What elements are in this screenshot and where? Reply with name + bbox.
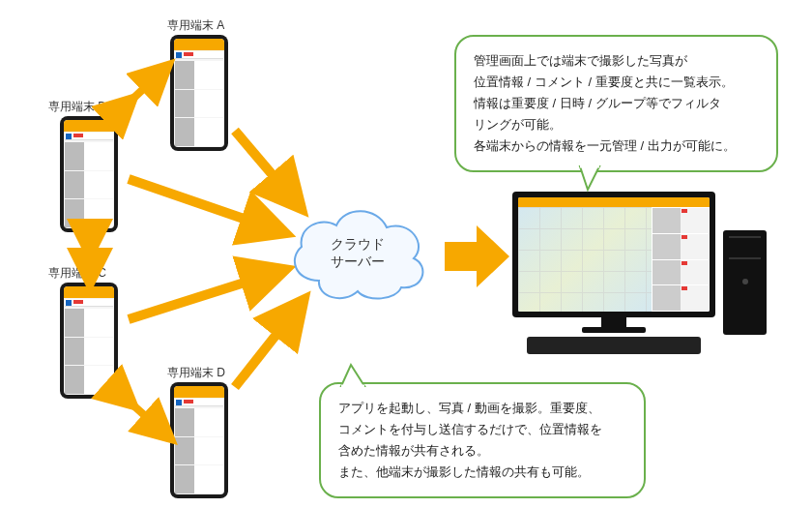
phone-device-c (60, 283, 118, 399)
callout-line: また、他端末が撮影した情報の共有も可能。 (338, 462, 626, 483)
arrow-cloud-to-desktop (440, 218, 517, 295)
phone-screen (174, 386, 224, 494)
phone-label-b: 専用端末 B (48, 99, 105, 115)
phone-device-b (60, 116, 118, 232)
phone-device-d (170, 382, 228, 498)
pc-tower (723, 230, 767, 335)
cloud-label-line1: クラウド (280, 235, 435, 253)
phone-screen (64, 120, 114, 228)
cloud-label: クラウド サーバー (280, 235, 435, 270)
callout-app-usage: アプリを起動し、写真 / 動画を撮影。重要度、 コメントを付与し送信するだけで、… (319, 382, 646, 498)
callout-admin-screen: 管理画面上では端末で撮影した写真が 位置情報 / コメント / 重要度と共に一覧… (454, 35, 778, 172)
phone-screen (174, 39, 224, 147)
sync-arrow-c-d (118, 387, 172, 441)
keyboard (527, 337, 701, 354)
cloud-label-line2: サーバー (280, 253, 435, 270)
arrow-d-to-cloud (230, 302, 307, 399)
monitor (512, 192, 715, 317)
callout-line: 各端末からの情報を一元管理 / 出力が可能に。 (474, 135, 759, 157)
callout-line: 管理画面上では端末で撮影した写真が (474, 50, 759, 72)
callout-line: 含めた情報が共有される。 (338, 440, 626, 462)
callout-line: 情報は重要度 / 日時 / グループ等でフィルタ (474, 93, 759, 114)
callout-tail-bottom (334, 363, 372, 388)
map-view (518, 207, 652, 312)
callout-line: リングが可能。 (474, 114, 759, 135)
phone-label-a: 専用端末 A (167, 17, 224, 34)
phone-device-a (170, 35, 228, 151)
callout-line: コメントを付与し送信するだけで、位置情報を (338, 419, 626, 440)
photo-list (652, 207, 710, 312)
phone-screen (64, 286, 114, 395)
sync-arrow-b-c (75, 237, 104, 281)
cloud-server: クラウド サーバー (280, 198, 435, 305)
monitor-screen (518, 197, 710, 312)
arrow-b-to-cloud (124, 174, 283, 242)
callout-line: アプリを起動し、写真 / 動画を撮影。重要度、 (338, 398, 626, 419)
sync-arrow-a-b (116, 63, 174, 121)
callout-line: 位置情報 / コメント / 重要度と共に一覧表示。 (474, 72, 759, 93)
desktop-computer (512, 192, 778, 356)
callout-tail-top (570, 166, 609, 194)
phone-label-d: 専用端末 D (167, 365, 225, 381)
